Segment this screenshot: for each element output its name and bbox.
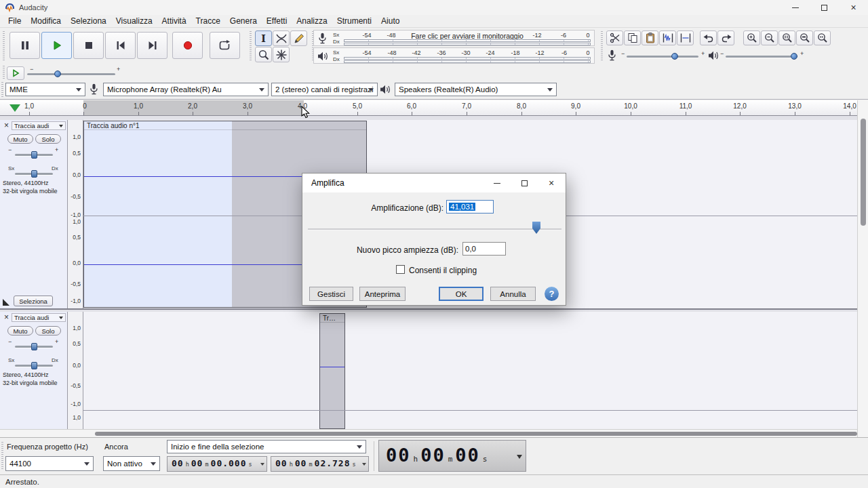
selection-mode-select[interactable]: Inizio e fine della selezione [167, 440, 366, 453]
dialog-close-button[interactable]: × [542, 176, 560, 190]
selection-end-field[interactable]: 00 h 00 m 02.728 s [271, 456, 369, 472]
track1-vertical-ruler[interactable]: 1,0 0,5 0,0 -0,5 -1,0 1,0 0,5 0,0 -0,5 -… [68, 120, 83, 308]
recording-meter[interactable]: Sx Dx -54 -48 Fare clic per avviare il m… [313, 30, 595, 46]
play-speed-slider[interactable] [27, 73, 115, 75]
track2-vertical-ruler[interactable]: 1,0 0,5 0,0 -0,5 -1,0 1,0 [68, 312, 83, 429]
track2-gain-slider[interactable] [15, 346, 53, 348]
menu-genera[interactable]: Genera [225, 16, 262, 26]
loop-button[interactable] [210, 32, 240, 59]
silence-audio-button[interactable] [677, 30, 694, 45]
allow-clipping-checkbox[interactable] [396, 265, 405, 274]
close-button[interactable]: × [839, 0, 868, 15]
pause-button[interactable] [9, 32, 40, 59]
menu-analizza[interactable]: Analizza [292, 16, 332, 26]
track1-pan-thumb[interactable] [31, 170, 37, 178]
playback-volume-thumb[interactable] [791, 53, 797, 60]
multi-tool-button[interactable] [273, 47, 290, 62]
zoom-tool-button[interactable] [255, 47, 272, 62]
playback-meter[interactable]: Sx Dx -54 -48 -42 -36 -30 -24 -18 -12 -6… [313, 47, 595, 64]
play-speed-thumb[interactable] [54, 70, 61, 77]
zoom-in-button[interactable] [743, 30, 760, 45]
draw-tool-button[interactable] [290, 30, 307, 46]
track1-mute-button[interactable]: Muto [7, 134, 33, 144]
menu-aiuto[interactable]: Aiuto [376, 16, 404, 26]
timeline-ruler[interactable]: 1,0 0 1,0 2,0 3,0 4,0 5,0 6,0 7,0 8,0 9,… [0, 100, 857, 116]
skip-to-start-button[interactable] [105, 32, 136, 59]
track1-gain-slider[interactable] [15, 154, 53, 156]
preview-button[interactable]: Anteprima [359, 287, 406, 301]
ok-button[interactable]: OK [439, 287, 484, 301]
track2-pan-thumb[interactable] [31, 362, 37, 369]
help-button[interactable]: ? [545, 287, 559, 301]
stop-button[interactable] [73, 32, 104, 59]
cut-button[interactable] [606, 30, 623, 45]
horizontal-scrollbar-thumb[interactable] [95, 432, 857, 436]
zoom-fit-button[interactable] [796, 30, 813, 45]
recording-volume-thumb[interactable] [671, 53, 678, 60]
zoom-selection-button[interactable] [778, 30, 795, 45]
timeline-options-button[interactable] [9, 104, 20, 112]
track2-pan-slider[interactable] [15, 365, 53, 367]
menu-attivita[interactable]: Attività [157, 16, 191, 26]
play-at-speed-grip[interactable] [3, 66, 5, 79]
envelope-tool-button[interactable] [273, 30, 290, 46]
track1-close-button[interactable]: × [2, 121, 11, 129]
track2-close-button[interactable]: × [2, 312, 11, 321]
menu-modifica[interactable]: Modifica [26, 16, 66, 26]
track1-menu-button[interactable]: Traccia audi [12, 121, 66, 130]
track1-gain-thumb[interactable] [31, 151, 37, 159]
amplification-input[interactable]: 41,031 [446, 200, 494, 214]
menu-file[interactable]: File [3, 16, 26, 26]
manage-button[interactable]: Gestisci [309, 287, 353, 301]
track2-menu-button[interactable]: Traccia audi [12, 313, 66, 322]
track2-solo-button[interactable]: Solo [35, 326, 61, 336]
menu-tracce[interactable]: Tracce [191, 16, 225, 26]
play-button[interactable] [41, 32, 72, 59]
copy-button[interactable] [624, 30, 641, 45]
play-at-speed-button[interactable] [7, 66, 24, 80]
dialog-minimize-button[interactable] [488, 176, 506, 190]
project-rate-select[interactable]: 44100 [5, 456, 94, 471]
track1-pan-slider[interactable] [15, 173, 53, 175]
record-button[interactable] [172, 32, 203, 59]
menu-strumenti[interactable]: Strumenti [332, 16, 376, 26]
recording-channels-select[interactable]: 2 (stereo) canali di registrazi [271, 83, 378, 96]
menu-effetti[interactable]: Effetti [262, 16, 292, 26]
track1-select-button[interactable]: Seleziona [14, 296, 53, 306]
big-time-display[interactable]: 00 h 00 m 00 s [378, 440, 526, 472]
zoom-toggle-button[interactable] [814, 30, 831, 45]
horizontal-scrollbar[interactable] [0, 429, 857, 437]
track2-mute-button[interactable]: Muto [7, 326, 33, 336]
maximize-button[interactable] [810, 0, 839, 15]
playback-device-select[interactable]: Speakers (Realtek(R) Audio) [395, 83, 557, 96]
amplification-slider[interactable] [308, 228, 561, 230]
dialog-titlebar[interactable]: Amplifica × [302, 174, 566, 192]
track1-solo-button[interactable]: Solo [35, 134, 61, 144]
amplification-slider-thumb[interactable] [532, 222, 540, 234]
undo-button[interactable] [700, 30, 717, 45]
transport-toolbar-grip[interactable] [3, 31, 5, 61]
selection-start-field[interactable]: 00 h 00 m 00.000 s [167, 456, 267, 472]
recording-device-select[interactable]: Microphone Array (Realtek(R) Au [103, 83, 269, 96]
new-peak-input[interactable]: 0,0 [462, 242, 506, 256]
minimize-button[interactable] [781, 0, 810, 15]
audio-host-select[interactable]: MME [5, 83, 85, 96]
track1-collapse-button[interactable] [3, 299, 9, 306]
dialog-maximize-button[interactable] [515, 176, 533, 190]
recording-volume-slider[interactable] [627, 56, 698, 58]
clip-title[interactable]: Traccia audio n°1 [84, 121, 366, 130]
skip-to-end-button[interactable] [137, 32, 167, 59]
snap-select[interactable]: Non attivo [103, 456, 160, 471]
playback-volume-slider[interactable] [726, 56, 797, 58]
clip-title[interactable]: Tr… [320, 314, 344, 323]
selection-toolbar-grip[interactable] [1, 442, 3, 470]
menu-visualizza[interactable]: Visualizza [111, 16, 157, 26]
track2-audio-clip[interactable]: Tr… [319, 313, 345, 429]
cancel-button[interactable]: Annulla [490, 287, 536, 301]
redo-button[interactable] [717, 30, 734, 45]
trim-audio-button[interactable] [659, 30, 676, 45]
selection-tool-button[interactable]: I [255, 30, 272, 46]
track2-content[interactable]: Tr… [83, 312, 857, 429]
paste-button[interactable] [642, 30, 658, 45]
tools-toolbar-grip[interactable] [250, 31, 252, 61]
